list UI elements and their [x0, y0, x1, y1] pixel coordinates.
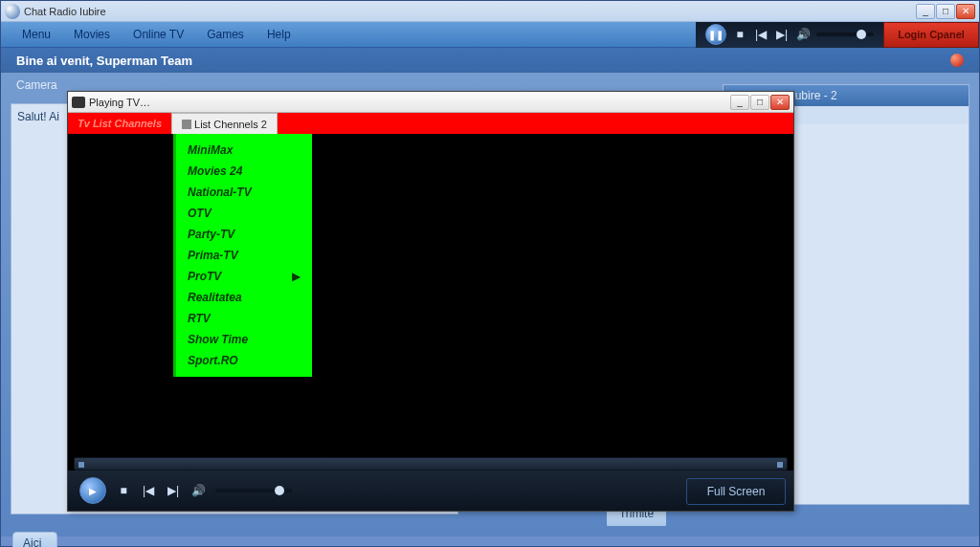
- seek-bar[interactable]: [74, 457, 788, 470]
- login-cpanel-button[interactable]: Login Cpanel: [883, 22, 979, 48]
- chat-preview: Salut! Ai: [17, 110, 59, 123]
- volume-icon[interactable]: 🔊: [795, 27, 811, 42]
- video-area: MiniMaxMovies 24National-TVOTVParty-TVPr…: [68, 134, 793, 453]
- aici-label: Aici: [12, 532, 57, 547]
- menu-menu[interactable]: Menu: [11, 24, 62, 45]
- app-title: Chat Radio Iubire: [24, 6, 106, 17]
- tv-icon: [72, 97, 85, 108]
- submenu-arrow-icon: ▶: [292, 270, 301, 283]
- volume-slider[interactable]: [816, 33, 874, 36]
- stop-icon[interactable]: ■: [732, 27, 747, 42]
- channel-minimax[interactable]: MiniMax: [180, 140, 308, 161]
- channel-national-tv[interactable]: National-TV: [180, 182, 308, 203]
- tv-prev-icon[interactable]: |◀: [141, 483, 156, 498]
- welcome-text: Bine ai venit, Superman Team: [16, 54, 192, 68]
- channel-rtv[interactable]: RTV: [180, 308, 308, 329]
- play-button[interactable]: ▶: [79, 477, 106, 504]
- menubar: Menu Movies Online TV Games Help ❚❚ ■ |◀…: [1, 22, 979, 48]
- menu-movies[interactable]: Movies: [62, 24, 122, 45]
- tv-maximize-button[interactable]: □: [750, 95, 769, 110]
- menu-help[interactable]: Help: [256, 24, 302, 45]
- tab-list-channels-1[interactable]: Tv List Channels: [68, 113, 171, 134]
- tv-close-button[interactable]: ✕: [770, 95, 790, 110]
- menu-online-tv[interactable]: Online TV: [122, 24, 195, 45]
- close-button[interactable]: ✕: [956, 4, 975, 19]
- outer-window-controls: _ □ ✕: [916, 4, 975, 19]
- app-titlebar: Chat Radio Iubire _ □ ✕: [1, 1, 979, 22]
- welcome-bar: Bine ai venit, Superman Team: [1, 48, 979, 73]
- channel-menu: MiniMaxMovies 24National-TVOTVParty-TVPr…: [173, 134, 312, 377]
- next-icon[interactable]: ▶|: [774, 27, 790, 42]
- maximize-button[interactable]: □: [936, 4, 955, 19]
- fullscreen-button[interactable]: Full Screen: [686, 478, 786, 505]
- channel-sport-ro[interactable]: Sport.RO: [180, 350, 308, 371]
- tv-titlebar: Playing TV… _ □ ✕: [68, 92, 793, 113]
- status-dot-icon: [950, 54, 964, 67]
- channel-show-time[interactable]: Show Time: [180, 329, 308, 350]
- tv-stop-icon[interactable]: ■: [116, 483, 131, 498]
- tv-playbar: ▶ ■ |◀ ▶| 🔊: [68, 470, 793, 511]
- app-icon: [5, 4, 20, 19]
- header-play-icon[interactable]: ❚❚: [705, 24, 726, 45]
- channel-tabs: Tv List Channels List Chennels 2: [68, 113, 793, 134]
- tv-volume-slider[interactable]: [215, 489, 292, 492]
- channel-realitatea[interactable]: Realitatea: [180, 287, 308, 308]
- tv-window-controls: _ □ ✕: [730, 95, 790, 110]
- channel-party-tv[interactable]: Party-TV: [180, 224, 308, 245]
- menu-games[interactable]: Games: [195, 24, 256, 45]
- channel-otv[interactable]: OTV: [180, 203, 308, 224]
- header-player: ❚❚ ■ |◀ ▶| 🔊: [696, 22, 883, 48]
- prev-icon[interactable]: |◀: [753, 27, 768, 42]
- channel-movies-24[interactable]: Movies 24: [180, 161, 308, 182]
- tab-list-channels-2[interactable]: List Chennels 2: [171, 113, 278, 134]
- channel-protv[interactable]: ProTV▶: [180, 266, 308, 287]
- tv-next-icon[interactable]: ▶|: [166, 483, 181, 498]
- tv-minimize-button[interactable]: _: [730, 95, 749, 110]
- tv-title: Playing TV…: [89, 97, 150, 108]
- minimize-button[interactable]: _: [916, 4, 935, 19]
- channel-prima-tv[interactable]: Prima-TV: [180, 245, 308, 266]
- playing-tv-window: Playing TV… _ □ ✕ Tv List Channels List …: [67, 91, 794, 512]
- tv-volume-icon[interactable]: 🔊: [190, 483, 206, 498]
